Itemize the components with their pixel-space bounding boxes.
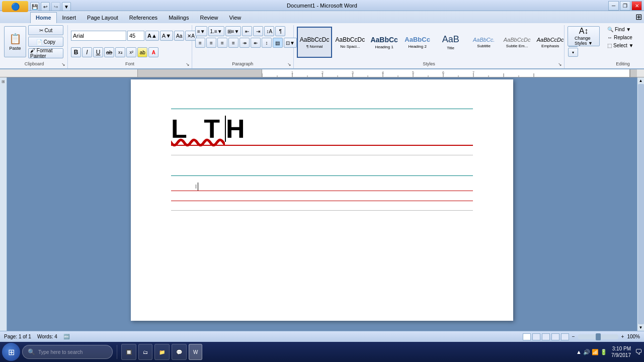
paste-button[interactable]: 📋 Paste [4,26,26,57]
cut-button[interactable]: ✂ Cut [28,25,63,35]
zoom-thumb[interactable] [596,333,601,340]
change-styles-button[interactable]: A↕ ChangeStyles ▼ [568,26,600,46]
shrink-font-button[interactable]: A▼ [160,31,173,41]
strikethrough-button[interactable]: ab [104,47,114,57]
search-box[interactable]: 🔍 Type here to search [22,345,113,359]
web-layout-button[interactable] [542,333,550,340]
undo-button[interactable]: ↩ [41,2,50,11]
style-normal[interactable]: AaBbCcDc ¶ Normal [297,27,333,58]
notification-icon[interactable]: 🗨 [635,348,642,356]
increase-indent-button[interactable]: ⇥ [253,26,263,36]
second-paragraph[interactable]: I [171,175,473,211]
svg-text:7: 7 [472,71,474,74]
style-heading1[interactable]: AaBbCc Heading 1 [368,27,400,58]
tab-view[interactable]: View [224,12,247,23]
italic-button[interactable]: I [82,47,92,57]
taskbar-app3[interactable]: 💬 [172,344,187,360]
replace-button[interactable]: ↔ Replace [606,34,635,41]
document-scroll-area[interactable]: L T H [7,77,637,331]
title-bar: 🔵 💾 ↩ ↪ ▼ Document1 - Microsoft Word ─ ❐… [0,0,644,11]
paragraph-expand[interactable]: ↘ [286,61,292,67]
styles-expand[interactable]: ↘ [557,61,563,67]
minimize-button[interactable]: ─ [608,1,619,11]
shading-button[interactable]: ▤ [273,38,283,48]
align-center-button[interactable]: ≡ [206,38,216,48]
font-size-input[interactable] [127,31,144,41]
ltr-button[interactable]: ↠ [239,38,250,48]
scroll-up-button[interactable]: ▲ [639,78,643,83]
document-page[interactable]: L T H [131,79,513,321]
sort-button[interactable]: ↕A [264,26,274,36]
print-layout-button[interactable] [523,333,531,340]
ribbon-collapse-button[interactable]: ⊞ [635,12,642,22]
close-button[interactable]: ✕ [631,1,642,11]
line-spacing-button[interactable]: ↕ [262,38,272,48]
numbering-button[interactable]: 1.≡▼ [208,26,224,36]
right-scrollbar[interactable]: ▲ ▼ [637,77,644,331]
more-button[interactable]: ▼ [62,2,71,11]
underline-button[interactable]: U [93,47,103,57]
select-button[interactable]: ⬚ Select ▼ [606,42,635,49]
restore-button[interactable]: ❐ [620,1,630,11]
view-icon[interactable]: ⊞ [2,79,5,84]
zoom-out-button[interactable]: − [572,334,575,339]
font-expand[interactable]: ↘ [185,61,191,67]
copy-button[interactable]: 📄 Copy [28,37,63,47]
heading-area[interactable]: L T H [171,110,473,155]
style-no-spacing[interactable]: AaBbCcDc No Spaci... [333,27,367,58]
font-color-button[interactable]: A [148,47,158,57]
redo-button[interactable]: ↪ [51,2,60,11]
style-emphasis[interactable]: AaBbCcDc Emphasis [534,27,567,58]
tab-insert[interactable]: Insert [57,12,82,23]
style-heading2[interactable]: AaBbCc Heading 2 [401,27,434,58]
taskbar-file-explorer[interactable]: 🗂 [138,344,152,360]
zoom-in-button[interactable]: + [621,334,624,339]
draft-button[interactable] [561,333,569,340]
ruler-inner: 1 2 3 4 5 6 7 [262,69,630,77]
change-case-button[interactable]: Aa [174,31,184,41]
font-name-input[interactable] [71,31,126,41]
taskbar-task-view[interactable]: 🔲 [121,344,136,360]
tab-home[interactable]: Home [30,12,57,23]
find-button[interactable]: 🔍 Find ▼ [606,26,635,33]
multilevel-button[interactable]: ⊞≡▼ [225,26,242,36]
superscript-button[interactable]: x² [126,47,136,57]
align-left-button[interactable]: ≡ [195,38,205,48]
format-painter-button[interactable]: 🖌 Format Painter [28,48,63,58]
check-icon: 🔤 [63,334,69,339]
outline-button[interactable] [551,333,559,340]
clipboard-expand[interactable]: ↘ [60,61,66,67]
scroll-thumb[interactable] [638,84,644,324]
taskbar-folder[interactable]: 📁 [154,344,170,360]
start-button[interactable]: ⊞ [2,343,20,361]
tab-references[interactable]: References [124,12,163,23]
zoom-slider[interactable] [578,334,618,339]
ribbon-tab-bar: Home Insert Page Layout References Maili… [0,11,644,23]
style-h2-label: Heading 2 [408,44,426,49]
grow-font-button[interactable]: A▲ [145,31,159,41]
align-right-button[interactable]: ≡ [217,38,227,48]
para2-top-line [171,175,473,176]
tab-page-layout[interactable]: Page Layout [82,12,124,23]
style-subtitle[interactable]: AaBbCc. Subtitle [467,27,500,58]
bold-button[interactable]: B [71,47,81,57]
save-button[interactable]: 💾 [30,2,39,11]
style-subtle-em-preview: AaBbCcDc [504,37,531,43]
rtl-button[interactable]: ↞ [251,38,261,48]
decrease-indent-button[interactable]: ⇤ [242,26,252,36]
full-screen-button[interactable] [532,333,540,340]
style-title[interactable]: AaB Title [434,27,467,58]
justify-button[interactable]: ≡ [228,38,238,48]
svg-text:4: 4 [382,71,384,74]
text-highlight-button[interactable]: ab [137,47,147,57]
tab-review[interactable]: Review [194,12,223,23]
tab-mailings[interactable]: Mailings [163,12,194,23]
taskbar-word[interactable]: W [189,344,202,360]
scroll-down-button[interactable]: ▼ [639,325,643,330]
show-marks-button[interactable]: ¶ [275,26,285,36]
bullets-button[interactable]: ≡▼ [195,26,207,36]
style-subtle-em[interactable]: AaBbCcDc Subtle Em... [501,27,533,58]
subscript-button[interactable]: x₂ [115,47,125,57]
office-button[interactable]: 🔵 [2,1,28,12]
heading-text-part2: H [226,114,250,144]
